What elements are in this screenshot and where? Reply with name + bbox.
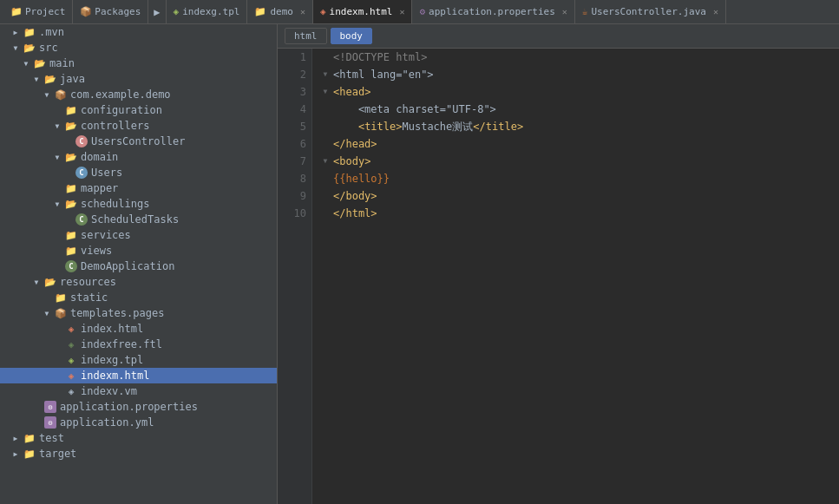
tree-item-test[interactable]: ▶📁test	[0, 430, 277, 446]
tree-icon-Users: C	[75, 167, 88, 179]
tree-item-domain[interactable]: ▼📂domain	[0, 149, 277, 165]
tree-arrow-templates_pages: ▼	[42, 310, 52, 317]
tree-label-indexg_tpl: indexg.tpl	[81, 354, 143, 366]
tree-item-indexfree_ftl[interactable]: ◈indexfree.ftl	[0, 337, 277, 352]
code-line-2[interactable]: ▼<html lang="en">	[319, 66, 832, 83]
tree-icon-resources: 📂	[43, 276, 57, 288]
tree-label-mvn: .mvn	[39, 26, 64, 38]
tree-item-views[interactable]: 📁views	[0, 243, 277, 259]
packages-icon: 📦	[80, 6, 92, 17]
code-line-7[interactable]: ▼<body>	[319, 153, 832, 170]
tree-arrow-controllers: ▼	[52, 122, 62, 130]
tab-appprops[interactable]: ⚙ application.properties ✕	[412, 0, 574, 23]
appprops-close[interactable]: ✕	[562, 7, 567, 16]
line-number-2: 2	[278, 66, 306, 83]
tree-item-application_yaml[interactable]: ⚙application.yml	[0, 415, 277, 430]
tab-indexm[interactable]: ◈ indexm.html ✕	[313, 0, 413, 23]
tree-item-main[interactable]: ▼📂main	[0, 56, 277, 71]
sub-tab-body[interactable]: body	[331, 28, 373, 44]
tree-item-Users[interactable]: CUsers	[0, 165, 277, 180]
tree-item-application_properties[interactable]: ⚙application.properties	[0, 399, 277, 415]
app-window: 📁 Project 📦 Packages ▶ ◈ indexg.tpl 📁 de…	[0, 0, 839, 504]
code-line-8[interactable]: {{hello}}	[319, 170, 832, 187]
packages-tab-label: Packages	[95, 6, 141, 17]
sub-tab-html[interactable]: html	[285, 28, 327, 44]
fold-btn-2[interactable]: ▼	[319, 69, 331, 81]
code-line-4[interactable]: <meta charset="UTF-8">	[319, 101, 832, 118]
tree-icon-services: 📁	[64, 229, 78, 241]
tree-item-java[interactable]: ▼📂java	[0, 71, 277, 87]
tree-item-indexm_html[interactable]: ◈indexm.html	[0, 368, 277, 383]
tree-label-DemoApplication: DemoApplication	[81, 260, 174, 272]
tree-item-services[interactable]: 📁services	[0, 227, 277, 243]
editor-sub-tabs: html body	[278, 24, 839, 49]
code-text-5: <title>Mustache测试</title>	[333, 118, 523, 135]
code-line-5[interactable]: <title>Mustache测试</title>	[319, 118, 832, 135]
tree-item-UsersController[interactable]: CUsersController	[0, 134, 277, 149]
tree-icon-test: 📁	[23, 432, 36, 444]
tree-label-application_properties: application.properties	[60, 401, 198, 413]
code-line-1[interactable]: <!DOCTYPE html>	[319, 49, 832, 66]
sub-tab-body-label: body	[340, 30, 364, 42]
tree-item-schedulings[interactable]: ▼📂schedulings	[0, 196, 277, 212]
tree-item-target[interactable]: ▶📁target	[0, 446, 277, 461]
tab-bar: 📁 Project 📦 Packages ▶ ◈ indexg.tpl 📁 de…	[0, 0, 839, 24]
tree-arrow-resources: ▼	[31, 278, 42, 286]
tree-icon-com_example_demo: 📦	[54, 88, 68, 101]
line-number-5: 5	[278, 118, 306, 135]
tree-item-DemoApplication[interactable]: CDemoApplication	[0, 259, 277, 274]
tree-item-controllers[interactable]: ▼📂controllers	[0, 118, 277, 134]
indexm-close[interactable]: ✕	[399, 7, 404, 16]
tree-arrow-main: ▼	[21, 60, 31, 68]
tree-label-views: views	[81, 245, 112, 257]
tree-arrow-src: ▼	[10, 44, 21, 52]
tab-nav-expand[interactable]: ▶	[148, 0, 166, 23]
code-line-3[interactable]: ▼<head>	[319, 83, 832, 101]
tree-item-resources[interactable]: ▼📂resources	[0, 274, 277, 290]
tree-label-mapper: mapper	[81, 182, 118, 194]
fold-btn-3[interactable]: ▼	[319, 86, 331, 98]
code-line-9[interactable]: </body>	[319, 187, 832, 205]
tree-item-mapper[interactable]: 📁mapper	[0, 180, 277, 196]
tree-item-com_example_demo[interactable]: ▼📦com.example.demo	[0, 87, 277, 102]
tree-item-index_html[interactable]: ◈index.html	[0, 321, 277, 337]
project-icon: 📁	[10, 6, 23, 17]
tab-packages[interactable]: 📦 Packages	[73, 0, 148, 23]
line-number-10: 10	[278, 205, 306, 222]
appprops-icon: ⚙	[419, 6, 425, 17]
demo-close[interactable]: ✕	[300, 7, 305, 16]
tree-arrow-java: ▼	[31, 75, 42, 83]
usersctrl-close[interactable]: ✕	[713, 7, 718, 16]
tree-icon-templates_pages: 📦	[54, 307, 68, 319]
sub-tab-html-label: html	[294, 30, 318, 42]
tree-item-static[interactable]: 📁static	[0, 290, 277, 305]
tab-usersctrl[interactable]: ☕ UsersController.java ✕	[575, 0, 726, 23]
code-line-10[interactable]: </html>	[319, 205, 832, 222]
tree-item-indexv_vm[interactable]: ◈indexv.vm	[0, 383, 277, 399]
tree-item-indexg_tpl[interactable]: ◈indexg.tpl	[0, 352, 277, 368]
tab-indexg[interactable]: ◈ indexg.tpl	[167, 0, 248, 23]
tree-item-ScheduledTasks[interactable]: CScheduledTasks	[0, 212, 277, 227]
tree-icon-java: 📂	[43, 73, 57, 85]
code-line-6[interactable]: </head>	[319, 135, 832, 153]
tree-icon-static: 📁	[54, 291, 68, 304]
code-text-10: </html>	[333, 205, 377, 222]
tree-label-templates_pages: templates.pages	[70, 307, 164, 319]
tree-item-templates_pages[interactable]: ▼📦templates.pages	[0, 305, 277, 321]
tree-icon-target: 📁	[23, 448, 36, 460]
tree-icon-indexfree_ftl: ◈	[64, 338, 78, 350]
code-text-3: <head>	[333, 83, 370, 101]
code-content[interactable]: <!DOCTYPE html>▼<html lang="en">▼<head> …	[312, 49, 839, 504]
tab-project[interactable]: 📁 Project	[3, 0, 73, 23]
tree-item-configuration[interactable]: 📁configuration	[0, 102, 277, 118]
tree-item-src[interactable]: ▼📂src	[0, 40, 277, 56]
demo-label: demo	[270, 6, 293, 17]
tree-label-index_html: index.html	[81, 323, 143, 335]
tab-demo[interactable]: 📁 demo ✕	[247, 0, 313, 23]
indexm-label: indexm.html	[330, 6, 393, 17]
code-text-7: <body>	[333, 153, 370, 170]
tree-item-mvn[interactable]: ▶📁.mvn	[0, 24, 277, 40]
fold-btn-7[interactable]: ▼	[319, 155, 331, 167]
tree-label-services: services	[81, 229, 131, 241]
tree-label-controllers: controllers	[81, 120, 149, 132]
